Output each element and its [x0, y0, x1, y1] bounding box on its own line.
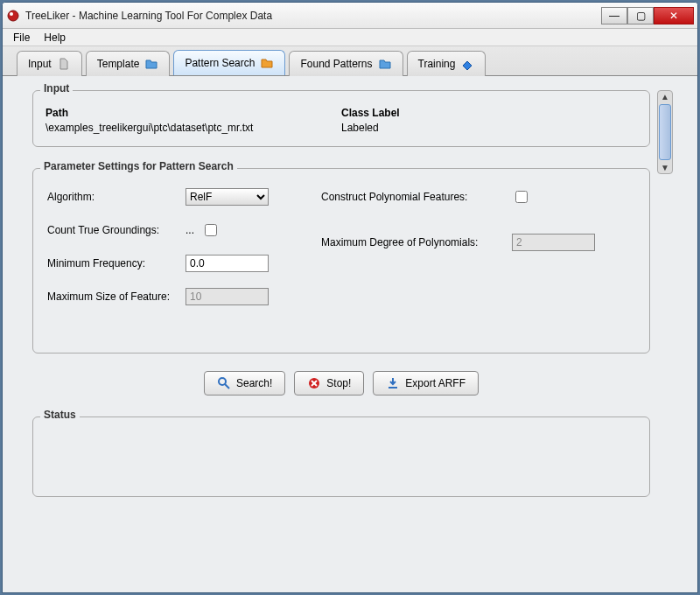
min-frequency-input[interactable]: [186, 255, 269, 272]
button-label: Export ARFF: [405, 377, 466, 389]
tab-label: Input: [28, 58, 52, 70]
construct-poly-checkbox[interactable]: [515, 191, 528, 203]
app-icon: [6, 9, 20, 23]
path-label: Path: [46, 107, 341, 119]
tab-pattern-search[interactable]: Pattern Search: [173, 50, 285, 75]
algorithm-select[interactable]: RelF: [186, 188, 269, 206]
status-panel: Status: [32, 416, 650, 497]
magnifier-icon: [217, 376, 231, 390]
app-window: TreeLiker - Machine Learning Tool For Co…: [2, 2, 698, 593]
class-label-label: Class Label: [341, 107, 637, 119]
stop-icon: [307, 376, 321, 390]
tab-template[interactable]: Template: [86, 51, 171, 76]
eraser-icon: [460, 57, 474, 71]
status-body: [46, 433, 637, 484]
tab-label: Template: [97, 58, 140, 70]
count-groundings-label: Count True Groundings:: [47, 224, 178, 236]
path-value: \examples_treelikergui\ptc\dataset\ptc_m…: [46, 122, 341, 134]
button-label: Stop!: [326, 377, 351, 389]
ellipsis: ...: [186, 224, 194, 236]
construct-poly-label: Construct Polynomial Features:: [321, 191, 505, 203]
svg-point-2: [219, 378, 226, 385]
max-size-label: Maximum Size of Feature:: [47, 290, 178, 303]
maximize-button[interactable]: ▢: [627, 7, 654, 24]
export-button[interactable]: Export ARFF: [373, 371, 479, 396]
minimize-button[interactable]: —: [601, 7, 627, 24]
scroll-down-icon[interactable]: ▼: [661, 162, 669, 173]
max-degree-label: Maximum Degree of Polynomials:: [321, 236, 505, 248]
close-button[interactable]: ✕: [654, 7, 694, 24]
class-label-value: Labeled: [341, 122, 637, 134]
svg-point-0: [8, 10, 18, 21]
export-icon: [386, 376, 400, 390]
settings-panel-title: Parameter Settings for Pattern Search: [40, 160, 237, 172]
max-size-input: [186, 288, 269, 305]
menu-file[interactable]: File: [6, 30, 37, 46]
tab-training[interactable]: Training: [407, 51, 486, 76]
window-title: TreeLiker - Machine Learning Tool For Co…: [25, 10, 601, 22]
folder-icon: [144, 57, 158, 71]
mouse-icon: [57, 57, 71, 71]
folder-icon: [378, 57, 392, 71]
count-groundings-checkbox[interactable]: [205, 224, 217, 236]
scroll-up-icon[interactable]: ▲: [661, 91, 669, 102]
action-button-row: Search! Stop! Export ARFF: [32, 371, 650, 396]
svg-line-3: [225, 384, 229, 388]
search-button[interactable]: Search!: [204, 371, 285, 396]
tab-label: Pattern Search: [185, 57, 255, 69]
tabstrip: Input Template Pattern Search Found Patt…: [3, 46, 697, 76]
folder-search-icon: [260, 56, 274, 70]
button-label: Search!: [236, 377, 272, 389]
content-area: Input Path \examples_treelikergui\ptc\da…: [3, 76, 697, 592]
max-degree-input: [512, 234, 595, 251]
menu-help[interactable]: Help: [37, 30, 73, 46]
scroll-thumb[interactable]: [659, 104, 671, 160]
tab-label: Found Patterns: [300, 58, 372, 70]
tab-label: Training: [418, 58, 456, 70]
settings-panel: Parameter Settings for Pattern Search Al…: [32, 168, 650, 354]
scrollbar-vertical[interactable]: ▲ ▼: [657, 90, 673, 174]
menubar: File Help: [3, 29, 697, 46]
svg-point-1: [10, 12, 13, 16]
status-panel-title: Status: [40, 409, 80, 421]
input-panel-title: Input: [40, 82, 73, 94]
stop-button[interactable]: Stop!: [294, 371, 364, 396]
input-panel: Input Path \examples_treelikergui\ptc\da…: [32, 90, 650, 147]
min-frequency-label: Minimum Frequency:: [47, 257, 178, 270]
titlebar: TreeLiker - Machine Learning Tool For Co…: [3, 3, 697, 29]
algorithm-label: Algorithm:: [47, 191, 178, 203]
tab-found-patterns[interactable]: Found Patterns: [289, 51, 402, 76]
tab-input[interactable]: Input: [17, 51, 82, 76]
